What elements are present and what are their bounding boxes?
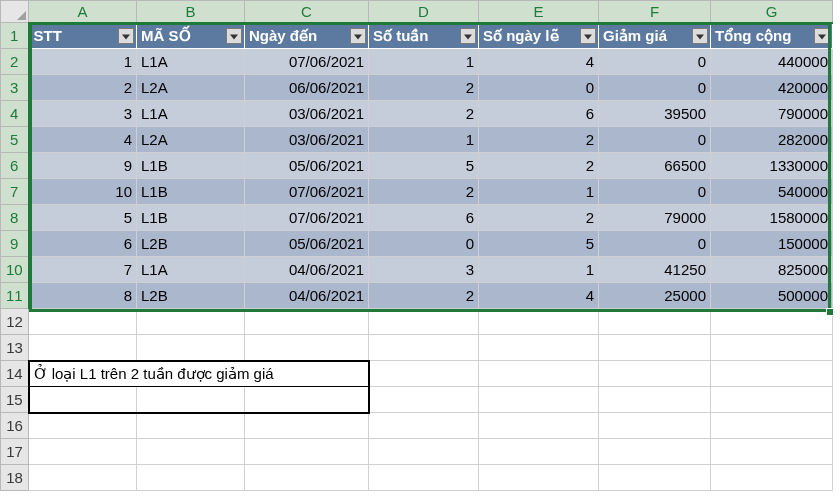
cell[interactable] [711,413,833,439]
cell[interactable] [599,439,711,465]
filter-dropdown-icon[interactable] [226,28,242,44]
cell[interactable]: 2 [479,153,599,179]
cell[interactable]: 440000 [711,49,833,75]
row-header[interactable]: 8 [1,205,29,231]
filter-dropdown-icon[interactable] [350,28,366,44]
cell[interactable] [479,309,599,335]
cell[interactable] [29,309,137,335]
cell[interactable] [369,439,479,465]
cell[interactable]: 79000 [599,205,711,231]
cell[interactable] [245,335,369,361]
cell[interactable]: 25000 [599,283,711,309]
row-header[interactable]: 13 [1,335,29,361]
cell[interactable]: 05/06/2021 [245,231,369,257]
cell[interactable] [369,413,479,439]
cell[interactable] [711,387,833,413]
row-header[interactable]: 7 [1,179,29,205]
cell[interactable] [479,387,599,413]
grid[interactable]: A B C D E F G 1 STT MÃ SỐ Ngày đến Số tu… [0,0,833,491]
col-header-B[interactable]: B [137,1,245,23]
cell[interactable] [245,439,369,465]
row-header[interactable]: 2 [1,49,29,75]
row-header[interactable]: 10 [1,257,29,283]
cell[interactable]: 1 [479,179,599,205]
filter-dropdown-icon[interactable] [692,28,708,44]
cell[interactable]: 0 [599,231,711,257]
cell[interactable] [245,309,369,335]
cell[interactable]: 5 [29,205,137,231]
col-header-D[interactable]: D [369,1,479,23]
cell[interactable]: 282000 [711,127,833,153]
cell[interactable]: 0 [599,75,711,101]
row-header[interactable]: 9 [1,231,29,257]
cell[interactable]: 825000 [711,257,833,283]
cell[interactable]: L2A [137,75,245,101]
header-cell-sotuan[interactable]: Số tuần [369,23,479,49]
cell[interactable] [711,309,833,335]
row-header[interactable]: 18 [1,465,29,491]
cell[interactable]: 2 [369,75,479,101]
cell[interactable]: L2B [137,231,245,257]
cell[interactable]: 1 [369,49,479,75]
cell[interactable]: 07/06/2021 [245,205,369,231]
header-cell-maso[interactable]: MÃ SỐ [137,23,245,49]
row-header[interactable]: 11 [1,283,29,309]
filter-dropdown-icon[interactable] [580,28,596,44]
cell[interactable]: L1A [137,101,245,127]
cell[interactable]: 1580000 [711,205,833,231]
cell[interactable]: 500000 [711,283,833,309]
cell[interactable]: 6 [479,101,599,127]
cell[interactable] [29,439,137,465]
cell[interactable]: 0 [479,75,599,101]
col-header-G[interactable]: G [711,1,833,23]
row-header[interactable]: 16 [1,413,29,439]
row-header[interactable]: 15 [1,387,29,413]
row-header[interactable]: 5 [1,127,29,153]
cell[interactable] [369,465,479,491]
cell[interactable] [137,387,245,413]
cell[interactable]: 2 [29,75,137,101]
cell[interactable]: 9 [29,153,137,179]
row-header[interactable]: 4 [1,101,29,127]
header-cell-tongcong[interactable]: Tổng cộng [711,23,833,49]
col-header-C[interactable]: C [245,1,369,23]
cell[interactable]: 03/06/2021 [245,127,369,153]
row-header[interactable]: 12 [1,309,29,335]
cell[interactable]: 04/06/2021 [245,257,369,283]
cell[interactable]: 2 [479,127,599,153]
cell[interactable]: 0 [599,179,711,205]
cell[interactable]: 0 [369,231,479,257]
cell[interactable]: 10 [29,179,137,205]
row-header[interactable]: 6 [1,153,29,179]
cell[interactable]: 790000 [711,101,833,127]
header-cell-stt[interactable]: STT [29,23,137,49]
row-header[interactable]: 1 [1,23,29,49]
cell[interactable]: 1330000 [711,153,833,179]
filter-dropdown-icon[interactable] [118,28,134,44]
cell[interactable] [479,335,599,361]
filter-dropdown-icon[interactable] [460,28,476,44]
cell[interactable] [29,465,137,491]
cell[interactable] [599,361,711,387]
cell[interactable] [245,387,369,413]
cell[interactable]: 2 [369,179,479,205]
cell[interactable] [137,335,245,361]
cell[interactable]: 540000 [711,179,833,205]
cell[interactable] [137,309,245,335]
cell[interactable]: 1 [479,257,599,283]
cell[interactable] [711,335,833,361]
cell[interactable]: 3 [29,101,137,127]
cell[interactable]: 03/06/2021 [245,101,369,127]
col-header-F[interactable]: F [599,1,711,23]
cell[interactable] [369,335,479,361]
cell[interactable]: L2A [137,127,245,153]
cell[interactable]: 150000 [711,231,833,257]
cell[interactable]: 5 [479,231,599,257]
cell[interactable] [29,413,137,439]
cell[interactable]: 0 [599,49,711,75]
cell[interactable] [599,413,711,439]
row-header[interactable]: 14 [1,361,29,387]
cell[interactable]: 5 [369,153,479,179]
cell[interactable]: 41250 [599,257,711,283]
cell[interactable] [369,361,479,387]
